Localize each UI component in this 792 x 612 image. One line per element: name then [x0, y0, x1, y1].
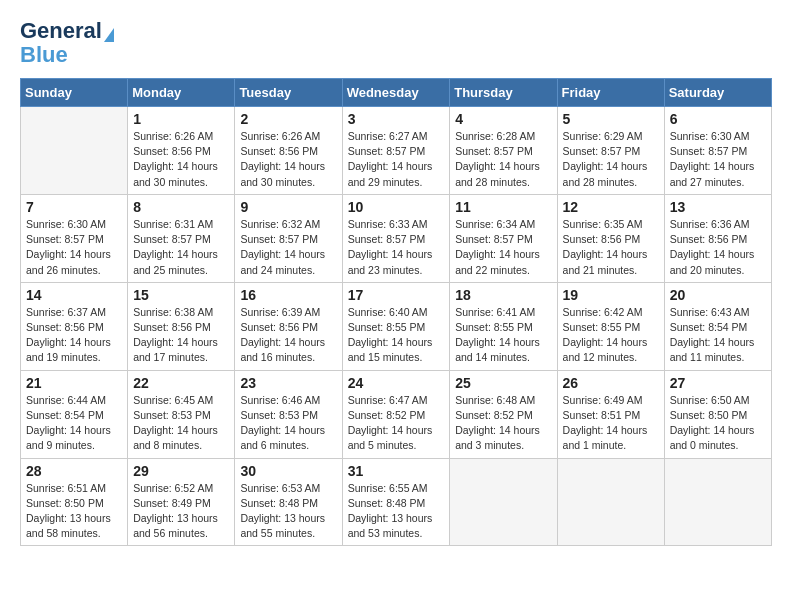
- calendar-cell: 3Sunrise: 6:27 AM Sunset: 8:57 PM Daylig…: [342, 107, 450, 195]
- day-info: Sunrise: 6:48 AM Sunset: 8:52 PM Dayligh…: [455, 393, 551, 454]
- day-info: Sunrise: 6:44 AM Sunset: 8:54 PM Dayligh…: [26, 393, 122, 454]
- day-info: Sunrise: 6:30 AM Sunset: 8:57 PM Dayligh…: [26, 217, 122, 278]
- day-info: Sunrise: 6:38 AM Sunset: 8:56 PM Dayligh…: [133, 305, 229, 366]
- day-number: 19: [563, 287, 659, 303]
- day-number: 5: [563, 111, 659, 127]
- calendar-header-friday: Friday: [557, 79, 664, 107]
- calendar-cell: 8Sunrise: 6:31 AM Sunset: 8:57 PM Daylig…: [128, 194, 235, 282]
- day-number: 6: [670, 111, 766, 127]
- day-number: 25: [455, 375, 551, 391]
- logo: General Blue: [20, 20, 114, 68]
- calendar-cell: 26Sunrise: 6:49 AM Sunset: 8:51 PM Dayli…: [557, 370, 664, 458]
- day-info: Sunrise: 6:45 AM Sunset: 8:53 PM Dayligh…: [133, 393, 229, 454]
- day-number: 30: [240, 463, 336, 479]
- day-number: 10: [348, 199, 445, 215]
- calendar-cell: 17Sunrise: 6:40 AM Sunset: 8:55 PM Dayli…: [342, 282, 450, 370]
- calendar-cell: 5Sunrise: 6:29 AM Sunset: 8:57 PM Daylig…: [557, 107, 664, 195]
- calendar-cell: 19Sunrise: 6:42 AM Sunset: 8:55 PM Dayli…: [557, 282, 664, 370]
- calendar-cell: 9Sunrise: 6:32 AM Sunset: 8:57 PM Daylig…: [235, 194, 342, 282]
- calendar-cell: 22Sunrise: 6:45 AM Sunset: 8:53 PM Dayli…: [128, 370, 235, 458]
- day-number: 23: [240, 375, 336, 391]
- calendar-cell: 2Sunrise: 6:26 AM Sunset: 8:56 PM Daylig…: [235, 107, 342, 195]
- day-info: Sunrise: 6:35 AM Sunset: 8:56 PM Dayligh…: [563, 217, 659, 278]
- calendar-cell: 24Sunrise: 6:47 AM Sunset: 8:52 PM Dayli…: [342, 370, 450, 458]
- day-info: Sunrise: 6:32 AM Sunset: 8:57 PM Dayligh…: [240, 217, 336, 278]
- day-info: Sunrise: 6:52 AM Sunset: 8:49 PM Dayligh…: [133, 481, 229, 542]
- day-info: Sunrise: 6:26 AM Sunset: 8:56 PM Dayligh…: [133, 129, 229, 190]
- calendar-cell: [450, 458, 557, 546]
- logo-triangle-icon: [104, 28, 114, 42]
- day-info: Sunrise: 6:50 AM Sunset: 8:50 PM Dayligh…: [670, 393, 766, 454]
- day-info: Sunrise: 6:47 AM Sunset: 8:52 PM Dayligh…: [348, 393, 445, 454]
- calendar-cell: 12Sunrise: 6:35 AM Sunset: 8:56 PM Dayli…: [557, 194, 664, 282]
- day-info: Sunrise: 6:28 AM Sunset: 8:57 PM Dayligh…: [455, 129, 551, 190]
- day-info: Sunrise: 6:31 AM Sunset: 8:57 PM Dayligh…: [133, 217, 229, 278]
- day-number: 1: [133, 111, 229, 127]
- day-number: 20: [670, 287, 766, 303]
- day-number: 21: [26, 375, 122, 391]
- day-info: Sunrise: 6:51 AM Sunset: 8:50 PM Dayligh…: [26, 481, 122, 542]
- day-info: Sunrise: 6:30 AM Sunset: 8:57 PM Dayligh…: [670, 129, 766, 190]
- week-row-2: 7Sunrise: 6:30 AM Sunset: 8:57 PM Daylig…: [21, 194, 772, 282]
- calendar-header-row: SundayMondayTuesdayWednesdayThursdayFrid…: [21, 79, 772, 107]
- calendar-cell: [557, 458, 664, 546]
- day-info: Sunrise: 6:46 AM Sunset: 8:53 PM Dayligh…: [240, 393, 336, 454]
- calendar-cell: 10Sunrise: 6:33 AM Sunset: 8:57 PM Dayli…: [342, 194, 450, 282]
- day-info: Sunrise: 6:37 AM Sunset: 8:56 PM Dayligh…: [26, 305, 122, 366]
- day-number: 15: [133, 287, 229, 303]
- calendar-cell: 28Sunrise: 6:51 AM Sunset: 8:50 PM Dayli…: [21, 458, 128, 546]
- day-number: 27: [670, 375, 766, 391]
- day-info: Sunrise: 6:26 AM Sunset: 8:56 PM Dayligh…: [240, 129, 336, 190]
- day-number: 2: [240, 111, 336, 127]
- calendar-cell: 7Sunrise: 6:30 AM Sunset: 8:57 PM Daylig…: [21, 194, 128, 282]
- day-number: 31: [348, 463, 445, 479]
- calendar-cell: 21Sunrise: 6:44 AM Sunset: 8:54 PM Dayli…: [21, 370, 128, 458]
- calendar-cell: 20Sunrise: 6:43 AM Sunset: 8:54 PM Dayli…: [664, 282, 771, 370]
- day-info: Sunrise: 6:41 AM Sunset: 8:55 PM Dayligh…: [455, 305, 551, 366]
- day-info: Sunrise: 6:34 AM Sunset: 8:57 PM Dayligh…: [455, 217, 551, 278]
- calendar-cell: 16Sunrise: 6:39 AM Sunset: 8:56 PM Dayli…: [235, 282, 342, 370]
- calendar-table: SundayMondayTuesdayWednesdayThursdayFrid…: [20, 78, 772, 546]
- day-info: Sunrise: 6:53 AM Sunset: 8:48 PM Dayligh…: [240, 481, 336, 542]
- calendar-cell: 15Sunrise: 6:38 AM Sunset: 8:56 PM Dayli…: [128, 282, 235, 370]
- calendar-cell: [664, 458, 771, 546]
- calendar-cell: 4Sunrise: 6:28 AM Sunset: 8:57 PM Daylig…: [450, 107, 557, 195]
- calendar-cell: 23Sunrise: 6:46 AM Sunset: 8:53 PM Dayli…: [235, 370, 342, 458]
- week-row-5: 28Sunrise: 6:51 AM Sunset: 8:50 PM Dayli…: [21, 458, 772, 546]
- day-number: 7: [26, 199, 122, 215]
- day-number: 13: [670, 199, 766, 215]
- calendar-body: 1Sunrise: 6:26 AM Sunset: 8:56 PM Daylig…: [21, 107, 772, 546]
- calendar-header-tuesday: Tuesday: [235, 79, 342, 107]
- calendar-cell: 29Sunrise: 6:52 AM Sunset: 8:49 PM Dayli…: [128, 458, 235, 546]
- day-info: Sunrise: 6:40 AM Sunset: 8:55 PM Dayligh…: [348, 305, 445, 366]
- logo-general: General: [20, 20, 102, 42]
- day-number: 11: [455, 199, 551, 215]
- day-number: 8: [133, 199, 229, 215]
- day-number: 22: [133, 375, 229, 391]
- day-info: Sunrise: 6:27 AM Sunset: 8:57 PM Dayligh…: [348, 129, 445, 190]
- day-number: 16: [240, 287, 336, 303]
- day-number: 24: [348, 375, 445, 391]
- calendar-header-wednesday: Wednesday: [342, 79, 450, 107]
- week-row-4: 21Sunrise: 6:44 AM Sunset: 8:54 PM Dayli…: [21, 370, 772, 458]
- page-header: General Blue: [20, 16, 772, 68]
- day-number: 12: [563, 199, 659, 215]
- calendar-cell: 6Sunrise: 6:30 AM Sunset: 8:57 PM Daylig…: [664, 107, 771, 195]
- calendar-cell: 30Sunrise: 6:53 AM Sunset: 8:48 PM Dayli…: [235, 458, 342, 546]
- calendar-header-thursday: Thursday: [450, 79, 557, 107]
- day-info: Sunrise: 6:29 AM Sunset: 8:57 PM Dayligh…: [563, 129, 659, 190]
- day-info: Sunrise: 6:33 AM Sunset: 8:57 PM Dayligh…: [348, 217, 445, 278]
- day-info: Sunrise: 6:43 AM Sunset: 8:54 PM Dayligh…: [670, 305, 766, 366]
- day-info: Sunrise: 6:42 AM Sunset: 8:55 PM Dayligh…: [563, 305, 659, 366]
- day-info: Sunrise: 6:55 AM Sunset: 8:48 PM Dayligh…: [348, 481, 445, 542]
- day-number: 17: [348, 287, 445, 303]
- calendar-header-saturday: Saturday: [664, 79, 771, 107]
- day-number: 3: [348, 111, 445, 127]
- calendar-cell: 13Sunrise: 6:36 AM Sunset: 8:56 PM Dayli…: [664, 194, 771, 282]
- day-number: 14: [26, 287, 122, 303]
- calendar-cell: 14Sunrise: 6:37 AM Sunset: 8:56 PM Dayli…: [21, 282, 128, 370]
- calendar-cell: 25Sunrise: 6:48 AM Sunset: 8:52 PM Dayli…: [450, 370, 557, 458]
- day-info: Sunrise: 6:39 AM Sunset: 8:56 PM Dayligh…: [240, 305, 336, 366]
- calendar-cell: 1Sunrise: 6:26 AM Sunset: 8:56 PM Daylig…: [128, 107, 235, 195]
- calendar-cell: 18Sunrise: 6:41 AM Sunset: 8:55 PM Dayli…: [450, 282, 557, 370]
